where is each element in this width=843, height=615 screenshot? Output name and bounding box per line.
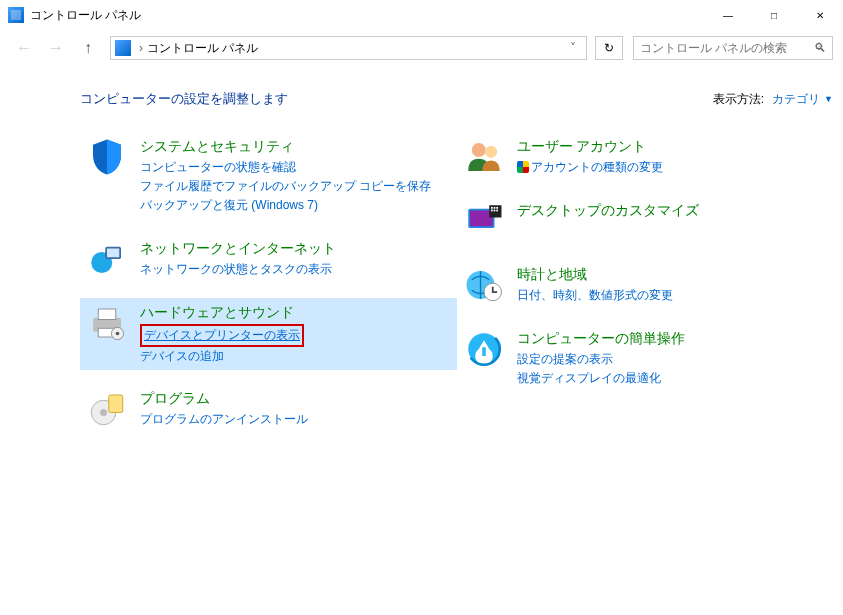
nav-row: ← → ↑ › コントロール パネル ˅ ↻ 🔍︎: [0, 30, 843, 66]
chevron-right-icon: ›: [135, 41, 147, 55]
category-sublink-highlighted[interactable]: デバイスとプリンターの表示: [140, 324, 304, 347]
category-sublink[interactable]: 日付、時刻、数値形式の変更: [517, 286, 673, 305]
users-icon: [463, 136, 505, 178]
refresh-button[interactable]: ↻: [595, 36, 623, 60]
forward-button[interactable]: →: [42, 34, 70, 62]
uac-shield-icon: [517, 161, 529, 173]
content: コンピューターの設定を調整します 表示方法: カテゴリ ▼ システムとセキュリテ…: [0, 66, 843, 458]
svg-rect-20: [493, 210, 495, 212]
title-bar: コントロール パネル — □ ✕: [0, 0, 843, 30]
svg-point-7: [116, 331, 120, 335]
svg-rect-10: [109, 395, 123, 413]
search-input[interactable]: [640, 41, 814, 55]
clock-globe-icon: [463, 264, 505, 306]
category-title[interactable]: プログラム: [140, 390, 308, 408]
search-box[interactable]: 🔍︎: [633, 36, 833, 60]
category-title[interactable]: コンピューターの簡単操作: [517, 330, 685, 348]
svg-point-11: [471, 143, 485, 157]
svg-point-9: [100, 409, 107, 416]
category-sublink[interactable]: デバイスの追加: [140, 347, 304, 366]
category-ease-of-access: コンピューターの簡単操作 設定の提案の表示 視覚ディスプレイの最適化: [457, 324, 834, 392]
svg-rect-19: [491, 210, 493, 212]
back-button[interactable]: ←: [10, 34, 38, 62]
svg-rect-18: [496, 207, 498, 209]
svg-rect-17: [493, 207, 495, 209]
category-hardware-sound: ハードウェアとサウンド デバイスとプリンターの表示 デバイスの追加: [80, 298, 457, 370]
category-sublink[interactable]: バックアップと復元 (Windows 7): [140, 196, 431, 215]
category-title[interactable]: システムとセキュリティ: [140, 138, 431, 156]
desktop-icon: [463, 200, 505, 242]
category-title[interactable]: ユーザー アカウント: [517, 138, 663, 156]
network-icon: [86, 238, 128, 280]
search-icon[interactable]: 🔍︎: [814, 41, 826, 55]
category-sublink[interactable]: アカウントの種類の変更: [517, 158, 663, 177]
category-sublink[interactable]: プログラムのアンインストール: [140, 410, 308, 429]
category-network-internet: ネットワークとインターネット ネットワークの状態とタスクの表示: [80, 234, 457, 284]
window-title: コントロール パネル: [30, 7, 141, 24]
category-title[interactable]: 時計と地域: [517, 266, 673, 284]
svg-rect-21: [496, 210, 498, 212]
view-mode-value: カテゴリ: [772, 91, 820, 108]
svg-rect-4: [98, 309, 116, 320]
category-sublink[interactable]: ファイル履歴でファイルのバックアップ コピーを保存: [140, 177, 431, 196]
svg-rect-2: [107, 248, 119, 257]
heading-row: コンピューターの設定を調整します 表示方法: カテゴリ ▼: [80, 90, 833, 108]
view-mode-label: 表示方法:: [713, 91, 764, 108]
control-panel-icon: [8, 7, 24, 23]
category-sublink[interactable]: コンピューターの状態を確認: [140, 158, 431, 177]
category-desktop-customize: デスクトップのカスタマイズ: [457, 196, 834, 246]
category-system-security: システムとセキュリティ コンピューターの状態を確認 ファイル履歴でファイルのバッ…: [80, 132, 457, 220]
right-column: ユーザー アカウント アカウントの種類の変更 デスクトップのカスタマイズ 時計と…: [457, 132, 834, 448]
programs-icon: [86, 388, 128, 430]
ease-of-access-icon: [463, 328, 505, 370]
category-sublink[interactable]: 設定の提案の表示: [517, 350, 685, 369]
category-title[interactable]: ハードウェアとサウンド: [140, 304, 304, 322]
category-programs: プログラム プログラムのアンインストール: [80, 384, 457, 434]
control-panel-icon: [115, 40, 131, 56]
shield-icon: [86, 136, 128, 178]
category-sublink[interactable]: 視覚ディスプレイの最適化: [517, 369, 685, 388]
printer-icon: [86, 302, 128, 344]
close-button[interactable]: ✕: [797, 0, 843, 30]
page-title: コンピューターの設定を調整します: [80, 90, 288, 108]
up-button[interactable]: ↑: [74, 34, 102, 62]
svg-rect-25: [482, 347, 486, 356]
left-column: システムとセキュリティ コンピューターの状態を確認 ファイル履歴でファイルのバッ…: [80, 132, 457, 448]
category-title[interactable]: デスクトップのカスタマイズ: [517, 202, 699, 220]
maximize-button[interactable]: □: [751, 0, 797, 30]
svg-rect-16: [491, 207, 493, 209]
category-title[interactable]: ネットワークとインターネット: [140, 240, 336, 258]
category-sublink[interactable]: ネットワークの状態とタスクの表示: [140, 260, 336, 279]
svg-point-12: [484, 146, 496, 158]
category-columns: システムとセキュリティ コンピューターの状態を確認 ファイル履歴でファイルのバッ…: [80, 132, 833, 448]
chevron-down-icon[interactable]: ˅: [564, 41, 582, 55]
breadcrumb[interactable]: コントロール パネル: [147, 40, 258, 57]
category-user-accounts: ユーザー アカウント アカウントの種類の変更: [457, 132, 834, 182]
chevron-down-icon: ▼: [824, 94, 833, 104]
address-bar[interactable]: › コントロール パネル ˅: [110, 36, 587, 60]
minimize-button[interactable]: —: [705, 0, 751, 30]
window-controls: — □ ✕: [705, 0, 843, 30]
category-clock-region: 時計と地域 日付、時刻、数値形式の変更: [457, 260, 834, 310]
view-mode-dropdown[interactable]: カテゴリ ▼: [772, 91, 833, 108]
